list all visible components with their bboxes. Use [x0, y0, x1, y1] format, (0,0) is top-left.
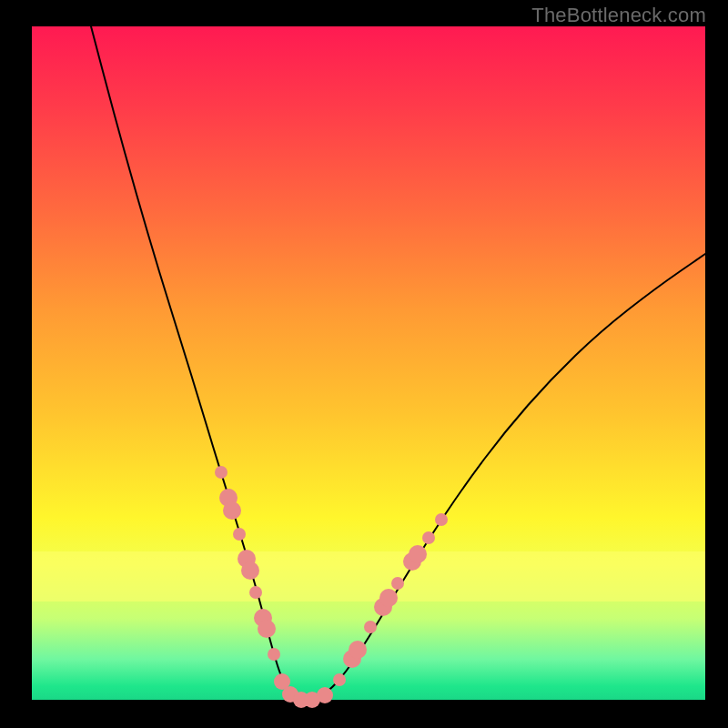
curve-marker — [215, 466, 228, 479]
curve-marker — [233, 528, 246, 541]
curve-marker — [249, 586, 262, 599]
curve-marker — [268, 648, 280, 661]
curve-marker — [241, 561, 259, 580]
chart-frame: TheBottleneck.com — [0, 0, 728, 728]
curve-marker — [349, 641, 367, 659]
curve-marker — [364, 621, 377, 633]
curve-marker — [409, 545, 427, 563]
curve-marker — [333, 673, 346, 686]
curve-marker — [435, 513, 448, 526]
marker-group — [215, 466, 448, 708]
bottleneck-curve — [91, 26, 705, 700]
curve-marker — [422, 531, 435, 544]
curve-marker — [258, 620, 276, 638]
chart-svg — [32, 26, 705, 700]
curve-marker — [223, 501, 241, 520]
curve-marker — [379, 589, 398, 607]
curve-marker — [317, 687, 333, 703]
curve-marker — [391, 577, 404, 590]
attribution-label: TheBottleneck.com — [531, 4, 706, 27]
curve-group — [91, 26, 705, 700]
